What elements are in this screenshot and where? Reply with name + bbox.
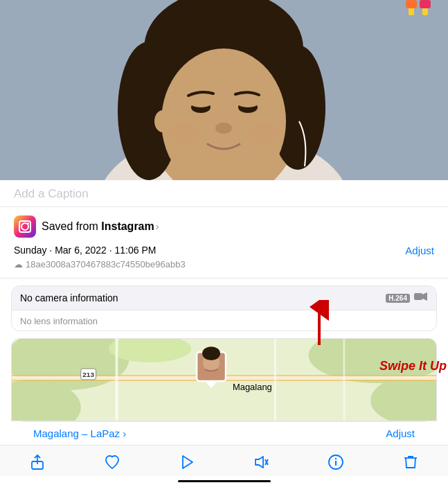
play-button[interactable] — [172, 454, 202, 470]
photo-svg — [0, 0, 448, 180]
svg-point-8 — [154, 110, 171, 132]
map-svg: 213 Magalang — [12, 339, 436, 421]
source-text: Saved from Instagram› — [42, 220, 159, 233]
caption-placeholder: Add a Caption — [14, 187, 89, 200]
source-label: Saved from — [42, 220, 101, 232]
svg-point-15 — [249, 123, 279, 143]
svg-rect-19 — [420, 0, 431, 8]
heart-button[interactable] — [97, 454, 127, 470]
svg-point-11 — [191, 100, 210, 107]
home-indicator — [178, 480, 271, 482]
photo-area — [0, 0, 448, 180]
camera-header: No camera information H.264 — [12, 286, 436, 310]
lens-info: No lens information — [20, 316, 428, 326]
resolution-info: 720p · 720 × 1280 · 6.8 MB — [20, 328, 428, 331]
source-row[interactable]: Saved from Instagram› — [14, 215, 434, 238]
bottom-toolbar — [0, 445, 448, 476]
photo-face — [0, 0, 448, 180]
info-button[interactable] — [321, 454, 351, 470]
svg-rect-35 — [343, 339, 345, 421]
map-section[interactable]: 213 Magalang — [11, 338, 437, 421]
source-chevron: › — [156, 221, 159, 232]
swipe-label: Swipe It Up — [379, 359, 447, 373]
red-arrow — [309, 300, 330, 349]
info-section: Saved from Instagram› Sunday · Mar 6, 20… — [0, 207, 448, 279]
svg-point-14 — [168, 123, 199, 143]
svg-marker-21 — [422, 292, 427, 301]
svg-point-12 — [238, 100, 258, 107]
video-icon — [414, 292, 428, 304]
svg-point-40 — [202, 346, 220, 360]
svg-rect-33 — [116, 339, 118, 421]
svg-text:213: 213 — [82, 371, 94, 378]
trash-button[interactable] — [395, 454, 426, 470]
hash-text: 18ae3008a370467883c74550be96abb3 — [26, 259, 186, 270]
instagram-icon-inner — [19, 220, 31, 233]
camera-header-title: No camera information — [20, 292, 118, 303]
svg-point-13 — [215, 123, 232, 134]
adjust-location-button[interactable]: Adjust — [386, 427, 415, 439]
svg-point-51 — [335, 458, 337, 459]
adjust-date-button[interactable]: Adjust — [405, 245, 434, 256]
date-row: Sunday · Mar 6, 2022 · 11:06 PM Adjust — [14, 245, 434, 256]
svg-rect-17 — [406, 0, 417, 8]
svg-rect-34 — [274, 339, 276, 421]
mute-button[interactable] — [246, 454, 276, 470]
h264-badge: H.264 — [386, 294, 410, 303]
camera-header-right: H.264 — [386, 292, 428, 304]
svg-rect-20 — [414, 293, 422, 300]
instagram-icon — [14, 215, 36, 238]
caption-area[interactable]: Add a Caption — [0, 180, 448, 207]
location-link[interactable]: Magalang – LaPaz › — [33, 427, 126, 439]
camera-details: No lens information 720p · 720 × 1280 · … — [12, 310, 436, 331]
map-background: 213 Magalang — [12, 339, 436, 421]
svg-marker-46 — [256, 457, 263, 468]
location-footer: Magalang – LaPaz › Adjust — [22, 421, 426, 445]
svg-text:Magalang: Magalang — [233, 382, 272, 392]
camera-block: No camera information H.264 No lens info… — [11, 285, 437, 331]
svg-marker-45 — [183, 456, 192, 468]
share-button[interactable] — [22, 454, 53, 470]
cloud-icon: ☁ — [14, 259, 23, 270]
hash-row: ☁ 18ae3008a370467883c74550be96abb3 — [14, 259, 434, 270]
phone-frame: Add a Caption Saved from Instagram› Sund… — [0, 0, 448, 485]
date-info: Sunday · Mar 6, 2022 · 11:06 PM — [14, 245, 156, 256]
source-name: Instagram — [101, 220, 154, 232]
